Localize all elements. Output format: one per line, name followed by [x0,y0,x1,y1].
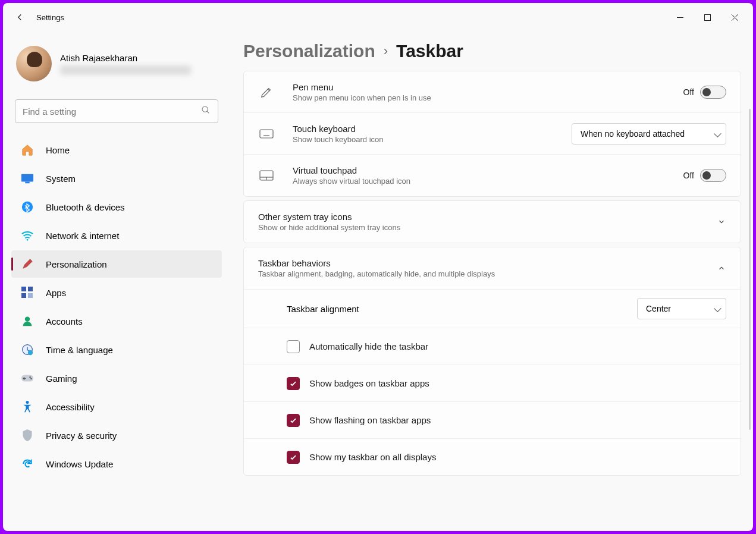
apps-icon [21,286,34,299]
nav-accessibility[interactable]: Accessibility [11,393,222,420]
virtual-touchpad-toggle[interactable] [700,169,726,182]
svg-point-18 [29,376,30,378]
maximize-button[interactable] [694,8,721,27]
svg-point-19 [30,378,32,379]
row-title: Taskbar alignment [287,304,637,314]
profile-block[interactable]: Atish Rajasekharan [11,39,222,89]
row-control: When no keyboard attached [572,123,726,145]
svg-rect-1 [704,14,710,20]
pen-icon [258,86,275,99]
keyboard-icon [258,129,275,139]
nav-system[interactable]: System [11,165,222,192]
nav-apps[interactable]: Apps [11,279,222,306]
nav-accounts[interactable]: Accounts [11,307,222,335]
taskbar-alignment-row: Taskbar alignment Center [244,289,741,328]
toggle-state-label: Off [683,87,694,97]
svg-rect-11 [28,287,33,291]
nav-home[interactable]: Home [11,136,222,164]
nav-label: Accounts [46,316,83,326]
app-title: Settings [36,13,64,22]
option-label: Show badges on taskbar apps [309,378,726,388]
virtual-touchpad-row: Virtual touchpad Always show virtual tou… [244,155,741,196]
taskbar-alignment-select[interactable]: Center [637,298,726,319]
nav-update[interactable]: Windows Update [11,450,222,478]
nav-network[interactable]: Network & internet [11,222,222,249]
scrollbar[interactable] [749,109,751,430]
row-title: Touch keyboard [293,124,572,134]
brush-icon [21,257,34,271]
sidebar: Atish Rajasekharan Home System Bluetooth… [3,32,229,531]
option-label: Automatically hide the taskbar [309,341,726,351]
nav-label: Personalization [46,259,107,269]
flashing-checkbox[interactable] [287,414,300,427]
svg-rect-13 [28,293,33,298]
expander-title: Other system tray icons [258,212,717,222]
select-value: Center [646,304,671,313]
search-input[interactable] [23,106,201,117]
svg-point-16 [28,350,33,355]
nav-gaming[interactable]: Gaming [11,365,222,392]
titlebar: Settings [3,3,753,32]
accessibility-icon [21,400,34,413]
autohide-checkbox[interactable] [287,340,300,353]
expander-text: Other system tray icons Show or hide add… [258,212,717,232]
svg-rect-10 [21,287,26,291]
svg-point-9 [27,239,29,241]
all-displays-row: Show my taskbar on all displays [244,438,741,475]
nav-bluetooth[interactable]: Bluetooth & devices [11,193,222,221]
row-desc: Show pen menu icon when pen is in use [293,93,683,102]
time-icon [21,343,34,356]
toggle-knob [702,88,711,96]
search-box[interactable] [15,99,218,123]
touch-keyboard-select[interactable]: When no keyboard attached [572,123,726,145]
badges-checkbox[interactable] [287,377,300,390]
select-value: When no keyboard attached [581,129,685,139]
profile-name: Atish Rajasekharan [60,53,191,63]
svg-point-4 [202,106,208,112]
system-tray-card: Pen menu Show pen menu icon when pen is … [243,71,741,197]
flashing-row: Show flashing on taskbar apps [244,401,741,438]
home-icon [21,143,34,156]
other-tray-expander[interactable]: Other system tray icons Show or hide add… [244,201,741,243]
nav-label: Time & language [46,345,113,355]
option-label: Show flashing on taskbar apps [309,415,726,425]
nav-label: Privacy & security [46,431,117,441]
nav-time[interactable]: Time & language [11,336,222,363]
row-title: Virtual touchpad [293,165,683,175]
nav-label: Gaming [46,373,77,384]
svg-point-14 [25,317,30,322]
back-button[interactable] [8,5,32,29]
search-icon [201,105,211,117]
wifi-icon [21,229,34,242]
row-desc: Always show virtual touchpad icon [293,177,683,186]
breadcrumb: Personalization › Taskbar [243,41,741,61]
taskbar-behaviors-card: Taskbar behaviors Taskbar alignment, bad… [243,247,741,476]
expander-text: Taskbar behaviors Taskbar alignment, bad… [258,258,717,278]
svg-line-5 [207,111,209,113]
gaming-icon [21,372,34,385]
close-button[interactable] [721,8,748,27]
nav-privacy[interactable]: Privacy & security [11,422,222,449]
window-controls [666,8,748,27]
autohide-row: Automatically hide the taskbar [244,328,741,365]
maximize-icon [704,14,711,21]
nav-label: Windows Update [46,459,113,469]
taskbar-behaviors-expander[interactable]: Taskbar behaviors Taskbar alignment, bad… [244,247,741,289]
settings-window: Settings Atish Rajasekharan [3,3,753,531]
minimize-button[interactable] [666,8,694,27]
pen-toggle[interactable] [700,86,726,99]
nav-personalization[interactable]: Personalization [11,250,222,278]
privacy-icon [21,429,34,442]
profile-text: Atish Rajasekharan [60,53,191,75]
row-title: Pen menu [293,82,683,92]
nav-label: System [46,174,76,184]
content-area: Personalization › Taskbar Pen menu Show … [229,32,753,531]
svg-rect-12 [21,293,26,298]
badges-row: Show badges on taskbar apps [244,365,741,401]
option-label: Show my taskbar on all displays [309,452,726,462]
breadcrumb-parent[interactable]: Personalization [243,41,375,61]
nav-label: Home [46,145,70,155]
toggle-knob [702,171,711,180]
row-control: Off [683,169,726,182]
all-displays-checkbox[interactable] [287,451,300,464]
